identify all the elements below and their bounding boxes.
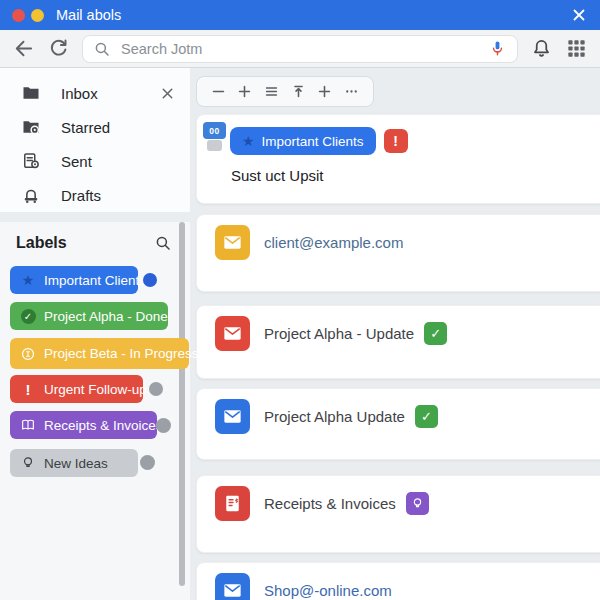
mail-list: 00 ★ Important Clients ! Sust uct Upsit …: [190, 68, 600, 600]
starred-folder-icon: [21, 117, 41, 137]
label-chip-new-ideas[interactable]: New Ideas: [10, 449, 138, 477]
mail-row-text: Receipts & Invoices: [264, 486, 396, 521]
move-to-top-icon[interactable]: [290, 83, 307, 100]
mail-label-chip-important-clients[interactable]: ★ Important Clients: [230, 127, 376, 155]
mail-row[interactable]: client@example.com: [196, 214, 600, 292]
mail-row[interactable]: Project Alpha Update ✓: [196, 388, 600, 460]
content-area: Inbox Starred: [0, 68, 600, 600]
sidebar-scrollbar[interactable]: [179, 222, 185, 586]
zoom-out-minus-icon[interactable]: [210, 83, 227, 100]
label-chip-important-clients[interactable]: ★ Important Clients: [10, 266, 138, 294]
label-chip-text: Project Alpha - Done: [44, 309, 168, 324]
sidebar: Inbox Starred: [0, 68, 190, 600]
label-chip-project-beta-in-progress[interactable]: Project Beta - In Progress: [10, 338, 189, 369]
notifications-bell-icon[interactable]: [530, 37, 553, 60]
window-title: Mail abols: [56, 7, 570, 23]
idea-bulb-badge[interactable]: [406, 492, 429, 515]
close-inbox-icon[interactable]: [159, 85, 176, 102]
labels-search-icon[interactable]: [154, 234, 172, 252]
label-chip-text: Urgent Follow-up: [44, 382, 147, 397]
close-icon[interactable]: [570, 6, 588, 24]
reload-icon[interactable]: [47, 37, 70, 60]
label-chip-text: Project Beta - In Progress: [44, 346, 199, 361]
titlebar: Mail abols: [0, 0, 600, 30]
mail-row-text: client@example.com: [264, 225, 403, 260]
sticker-badge[interactable]: 00: [203, 122, 226, 139]
add-plus-icon[interactable]: [316, 83, 333, 100]
mail-row[interactable]: Shop@-online.com: [196, 562, 600, 600]
star-icon: ★: [242, 134, 255, 148]
envelope-icon: [215, 573, 250, 600]
check-circle-icon: ✓: [21, 309, 36, 324]
sent-document-icon: [21, 151, 41, 171]
mail-label-chip-text: Important Clients: [262, 134, 364, 149]
zoom-in-plus-icon[interactable]: [236, 83, 253, 100]
star-icon: ★: [20, 272, 36, 288]
label-dot-gray[interactable]: [149, 382, 163, 396]
sidebar-item-drafts[interactable]: Drafts: [0, 178, 190, 212]
done-check-badge[interactable]: ✓: [424, 322, 447, 345]
sidebar-item-label: Starred: [61, 119, 176, 136]
search-input[interactable]: [119, 40, 480, 58]
label-dot-blue[interactable]: [143, 273, 157, 287]
list-view-icon[interactable]: [263, 83, 280, 100]
lightbulb-icon: [20, 455, 36, 471]
label-chip-project-alpha-done[interactable]: ✓ Project Alpha - Done: [10, 302, 168, 330]
apps-grid-icon[interactable]: [565, 37, 588, 60]
in-progress-icon: [20, 346, 36, 362]
envelope-icon: [215, 225, 250, 260]
search-icon: [93, 40, 111, 58]
label-dot-gray[interactable]: [156, 418, 171, 433]
sticker-shadow: [207, 140, 222, 151]
exclamation-icon: !: [20, 381, 36, 397]
drafts-icon: [21, 185, 41, 205]
sidebar-item-sent[interactable]: Sent: [0, 144, 190, 178]
more-options-icon[interactable]: [343, 83, 360, 100]
label-dot-gray[interactable]: [140, 455, 155, 470]
mail-subject: Sust uct Upsit: [231, 167, 324, 184]
done-check-badge[interactable]: ✓: [415, 405, 438, 428]
urgent-alert-badge[interactable]: !: [384, 129, 408, 153]
label-chip-receipts-invoices[interactable]: Receipts & Invoices: [10, 411, 157, 439]
labels-heading: Labels: [16, 234, 67, 252]
folders-panel: Inbox Starred: [0, 68, 190, 212]
envelope-icon: [215, 316, 250, 351]
window-control-close-dot[interactable]: [12, 9, 25, 22]
envelope-icon: [215, 399, 250, 434]
book-icon: [20, 417, 36, 433]
mail-row-text: Project Alpha - Update: [264, 316, 414, 351]
window-control-minimize-dot[interactable]: [31, 9, 44, 22]
list-toolbar: [196, 76, 374, 107]
search-bar[interactable]: [82, 35, 518, 63]
label-chip-text: Important Clients: [44, 273, 146, 288]
label-chip-text: New Ideas: [44, 456, 108, 471]
sidebar-item-inbox[interactable]: Inbox: [0, 76, 190, 110]
mail-row-text: Shop@-online.com: [264, 573, 392, 600]
sidebar-item-label: Drafts: [61, 187, 176, 204]
receipt-icon: [215, 486, 250, 521]
back-icon[interactable]: [12, 37, 35, 60]
mail-row[interactable]: Project Alpha - Update ✓: [196, 305, 600, 379]
sidebar-item-label: Sent: [61, 153, 176, 170]
browser-toolbar: [0, 30, 600, 68]
sidebar-item-starred[interactable]: Starred: [0, 110, 190, 144]
mail-card-featured[interactable]: 00 ★ Important Clients ! Sust uct Upsit: [196, 114, 600, 204]
sidebar-item-label: Inbox: [61, 85, 159, 102]
mail-app-window: Mail abols: [0, 0, 600, 600]
label-chip-urgent-follow-up[interactable]: ! Urgent Follow-up: [10, 375, 143, 403]
label-chip-text: Receipts & Invoices: [44, 418, 163, 433]
mail-row[interactable]: Receipts & Invoices: [196, 475, 600, 553]
labels-panel: Labels ★ Important Clients ✓ Project Alp…: [0, 222, 190, 600]
mail-row-text: Project Alpha Update: [264, 399, 405, 434]
microphone-icon[interactable]: [488, 39, 507, 58]
folder-icon: [21, 83, 41, 103]
